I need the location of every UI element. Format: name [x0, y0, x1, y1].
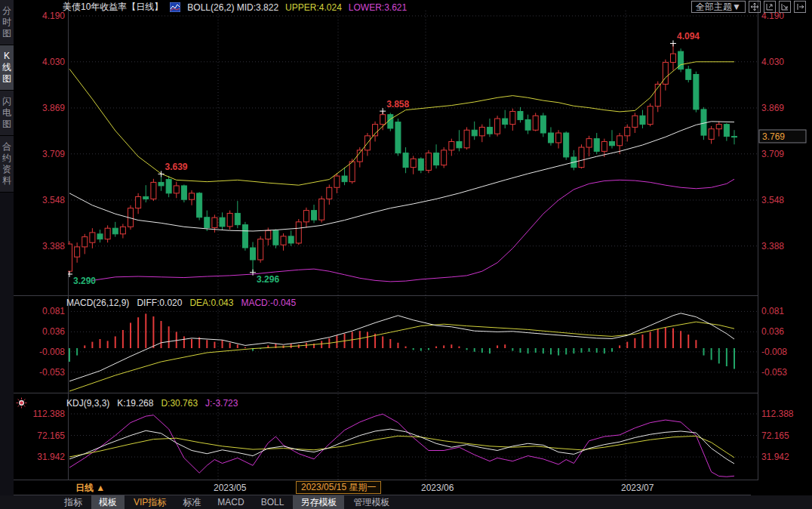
macd-dea-value: DEA:0.043 [189, 298, 233, 308]
svg-text:3.548: 3.548 [761, 195, 784, 205]
date-tick: 2023/05 [214, 483, 246, 493]
line-chart-icon [170, 2, 180, 12]
date-tick: 2023/06 [421, 483, 454, 493]
indicator-settings-sun-icon[interactable] [16, 397, 27, 412]
svg-text:3.388: 3.388 [761, 241, 784, 251]
svg-text:3.869: 3.869 [761, 103, 784, 113]
tab-templates[interactable]: 模板 [91, 495, 125, 509]
expand-right-icon[interactable] [794, 1, 806, 13]
svg-text:0.036: 0.036 [42, 326, 65, 337]
sidebar-item-flash-chart[interactable]: 闪电图 [0, 91, 14, 136]
selected-date-tick: 2023/05/15 星期一 [296, 481, 381, 494]
svg-text:-0.008: -0.008 [39, 347, 65, 357]
tab-standard[interactable]: 标准 [175, 495, 208, 509]
template-tab-bar: 指标 模板 VIP指标 标准 MACD BOLL 另存模板 管理模板 [0, 495, 812, 509]
macd-params: MACD(26,12,9) [66, 298, 129, 308]
tab-boll[interactable]: BOLL [254, 496, 292, 508]
svg-text:3.548: 3.548 [42, 195, 65, 205]
svg-text:3.709: 3.709 [42, 149, 65, 159]
svg-text:-0.053: -0.053 [761, 367, 787, 378]
svg-text:3.769: 3.769 [762, 131, 785, 142]
svg-text:112.388: 112.388 [761, 409, 794, 419]
svg-text:72.165: 72.165 [761, 430, 789, 441]
svg-text:4.190: 4.190 [42, 11, 65, 21]
macd-panel-label: MACD(26,12,9) DIFF:0.020 DEA:0.043 MACD:… [66, 298, 296, 308]
tab-vip-indicators[interactable]: VIP指标 [126, 495, 174, 509]
pan-move-icon[interactable] [749, 1, 761, 13]
macd-macd-value: MACD:-0.045 [241, 298, 296, 308]
boll-mid-value: BOLL(26,2) MID:3.822 [187, 2, 278, 13]
svg-text:3.388: 3.388 [42, 241, 65, 251]
svg-text:-0.053: -0.053 [39, 367, 65, 378]
trading-app-window: 分时图 K线图 闪电图 合约资料 3.2903.6393.2963.8584.0… [0, 0, 812, 509]
sidebar-item-contract-info[interactable]: 合约资料 [0, 136, 14, 193]
svg-text:0.036: 0.036 [761, 326, 784, 337]
kdj-j-value: J:-3.723 [205, 398, 238, 409]
chart-type-sidebar: 分时图 K线图 闪电图 合约资料 [0, 0, 14, 495]
svg-text:31.942: 31.942 [761, 452, 789, 462]
period-selector[interactable]: 日线 ▲ [75, 482, 105, 495]
svg-text:0.081: 0.081 [42, 306, 65, 316]
svg-text:3.858: 3.858 [386, 99, 409, 110]
svg-text:112.388: 112.388 [33, 409, 66, 419]
kdj-d-value: D:30.763 [161, 398, 198, 409]
candlestick-chart-canvas[interactable]: 3.2903.6393.2963.8584.0944.1904.1904.030… [14, 0, 812, 495]
kdj-panel-label: KDJ(9,3,3) K:19.268 D:30.763 J:-3.723 [66, 398, 238, 409]
svg-text:72.165: 72.165 [37, 430, 65, 441]
compress-up-icon[interactable] [764, 1, 776, 13]
boll-upper-value: UPPER:4.024 [285, 2, 342, 13]
kdj-k-value: K:19.268 [117, 398, 153, 409]
tab-indicators[interactable]: 指标 [57, 495, 90, 509]
boll-lower-value: LOWER:3.621 [349, 2, 407, 13]
chart-header: 美债10年收益率【日线】 BOLL(26,2) MID:3.822 UPPER:… [63, 1, 407, 14]
svg-text:31.942: 31.942 [37, 452, 65, 462]
compress-right-icon[interactable] [779, 1, 791, 13]
theme-dropdown[interactable]: 全部主题▼ [691, 1, 746, 13]
svg-text:3.869: 3.869 [42, 103, 65, 113]
sidebar-item-kline-chart[interactable]: K线图 [0, 45, 14, 91]
date-axis-row: 日线 ▲ 2023/052023/05/15 星期一2023/062023/07 [14, 480, 812, 495]
svg-text:-0.008: -0.008 [761, 347, 787, 357]
date-tick: 2023/07 [621, 483, 654, 493]
header-controls: 全部主题▼ [691, 1, 806, 13]
svg-text:4.030: 4.030 [42, 57, 65, 67]
tab-save-template[interactable]: 另存模板 [293, 495, 344, 509]
svg-text:4.094: 4.094 [677, 31, 700, 42]
instrument-title: 美债10年收益率【日线】 [63, 1, 163, 14]
sidebar-item-time-chart[interactable]: 分时图 [0, 0, 14, 45]
svg-text:3.296: 3.296 [257, 274, 279, 285]
svg-text:3.639: 3.639 [165, 162, 188, 172]
kdj-params: KDJ(9,3,3) [66, 398, 109, 409]
svg-text:3.290: 3.290 [73, 276, 96, 286]
tab-macd[interactable]: MACD [210, 496, 251, 508]
svg-text:4.030: 4.030 [761, 57, 784, 67]
svg-text:0.081: 0.081 [761, 306, 784, 316]
macd-diff-value: DIFF:0.020 [137, 298, 182, 308]
svg-text:3.709: 3.709 [761, 149, 784, 159]
tab-manage-templates[interactable]: 管理模板 [346, 495, 397, 509]
